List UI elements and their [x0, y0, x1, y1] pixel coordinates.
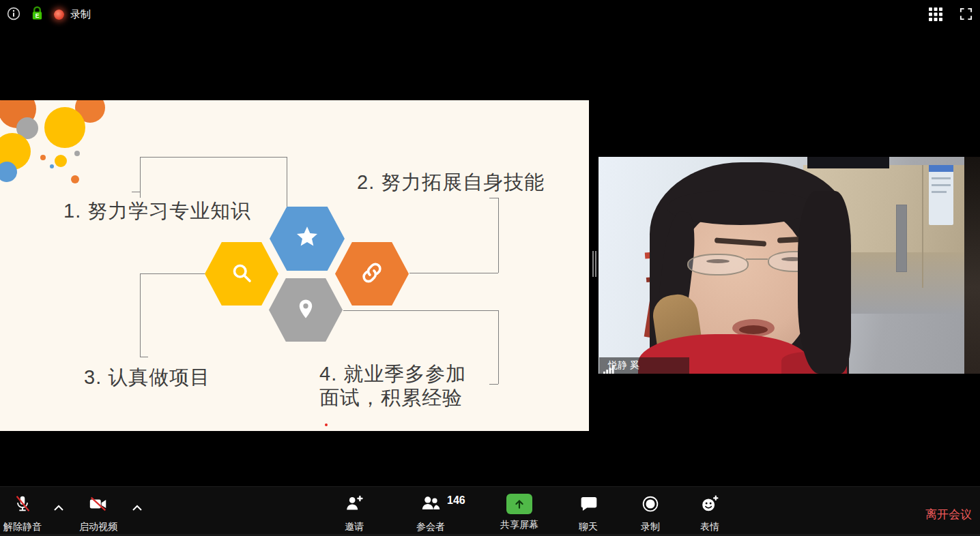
meeting-status-bar: E 录制: [7, 5, 91, 24]
audio-options-chevron[interactable]: [53, 503, 64, 513]
participant-name-label: 悦静 奚: [599, 357, 689, 374]
invite-person-icon: [343, 494, 365, 516]
slide-item-3: 3. 认真做项目: [84, 366, 210, 389]
decorative-circle: [55, 155, 67, 167]
video-bg-sticker-line: [932, 184, 951, 186]
slide-item-4: 4. 就业季多参加 面试，积累经验: [319, 362, 466, 410]
participants-count-badge: 146: [447, 494, 465, 507]
connector-line: [409, 273, 498, 273]
share-screen-button[interactable]: 共享屏幕: [493, 494, 545, 531]
invite-label: 邀请: [345, 521, 364, 533]
connector-line: [140, 357, 148, 357]
decorative-circle: [40, 155, 46, 160]
chat-bubble-icon: [579, 494, 599, 516]
person-mouth-inner: [739, 325, 768, 334]
decorative-circle: [44, 107, 85, 148]
person-glasses-bridge: [746, 258, 768, 260]
share-screen-icon: [506, 494, 532, 514]
unmute-button[interactable]: 解除静音: [1, 494, 44, 533]
video-bg-seam: [922, 165, 923, 288]
recording-indicator: 录制: [54, 8, 91, 21]
hexagon-pin: [269, 278, 343, 342]
video-bg-object: [807, 157, 889, 168]
participants-label: 参会者: [416, 521, 445, 533]
person-glasses-lens: [687, 254, 749, 276]
camera-off-icon: [87, 494, 109, 516]
decorative-circle: [71, 175, 79, 183]
slide-item-4-line2: 面试，积累经验: [319, 386, 466, 410]
connector-line: [140, 157, 287, 158]
connector-line: [287, 157, 287, 207]
fullscreen-icon: [959, 7, 973, 23]
invite-button[interactable]: 邀请: [328, 494, 380, 533]
microphone-muted-icon: [12, 494, 33, 516]
video-options-chevron[interactable]: [132, 503, 143, 513]
reactions-label: 表情: [700, 521, 719, 533]
video-bg-edge: [964, 157, 980, 374]
video-bg-sticker-line: [932, 177, 951, 179]
laser-dot: [325, 423, 328, 426]
hexagon-link: [335, 242, 409, 306]
search-icon: [229, 260, 254, 288]
chat-label: 聊天: [579, 521, 598, 533]
star-icon: [293, 224, 321, 254]
recording-dot-icon: [54, 10, 64, 20]
connector-line: [489, 198, 498, 198]
decorative-circle: [74, 151, 80, 156]
zoom-meeting-window: E 录制: [0, 0, 980, 536]
fullscreen-button[interactable]: [959, 7, 973, 23]
unmute-label: 解除静音: [3, 521, 42, 533]
connector-line: [132, 192, 140, 192]
recording-label: 录制: [70, 8, 91, 21]
split-drag-handle[interactable]: [592, 251, 598, 277]
decorative-circle: [50, 164, 54, 168]
connector-line: [498, 198, 499, 273]
start-video-label: 启动视频: [79, 521, 117, 533]
meeting-toolbar: 解除静音 启动视频: [0, 486, 980, 536]
link-icon: [360, 260, 384, 288]
view-controls: [929, 7, 973, 23]
leave-meeting-button[interactable]: 离开会议: [921, 506, 976, 523]
grid-view-icon: [929, 8, 942, 23]
video-bg-sticker: [929, 165, 953, 225]
video-bg-sticker-band: [929, 165, 953, 172]
info-icon: [7, 7, 20, 23]
slide-item-2: 2. 努力拓展自身技能: [357, 170, 545, 194]
start-video-button[interactable]: 启动视频: [76, 494, 120, 533]
chat-button[interactable]: 聊天: [562, 494, 614, 533]
record-circle-icon: [640, 494, 661, 516]
encryption-badge: E: [31, 5, 44, 24]
connector-line: [140, 273, 141, 357]
chevron-up-icon: [132, 503, 143, 513]
share-screen-label: 共享屏幕: [500, 519, 538, 531]
smiley-plus-icon: [700, 494, 720, 516]
hexagon-star: [270, 207, 345, 271]
record-label: 录制: [641, 521, 660, 533]
person-hair-side: [798, 191, 851, 374]
connector-line: [140, 273, 205, 274]
gallery-view-button[interactable]: [929, 8, 942, 23]
participants-icon: [420, 494, 442, 516]
video-bg-switch-panel: [896, 205, 907, 272]
lock-icon: E: [31, 12, 44, 23]
chevron-up-icon: [53, 503, 64, 513]
connector-line: [343, 310, 498, 311]
participant-video-tile: 悦静 奚: [599, 157, 980, 374]
decorative-circle: [0, 162, 17, 182]
hexagon-search: [205, 242, 278, 306]
shared-screen-slide: 1. 努力学习专业知识 2. 努力拓展自身技能 3. 认真做项目 4. 就业季多…: [0, 100, 589, 431]
record-button[interactable]: 录制: [624, 494, 676, 533]
location-pin-icon: [294, 297, 317, 323]
slide-item-1: 1. 努力学习专业知识: [63, 199, 251, 223]
slide-item-4-line1: 4. 就业季多参加: [319, 362, 466, 386]
video-bg-sticker-line: [932, 191, 947, 193]
reactions-button[interactable]: 表情: [684, 494, 736, 533]
connector-line: [498, 310, 499, 384]
connector-line: [140, 157, 141, 198]
encryption-letter: E: [35, 12, 40, 19]
connector-line: [489, 384, 498, 385]
meeting-info-button[interactable]: [7, 7, 20, 23]
